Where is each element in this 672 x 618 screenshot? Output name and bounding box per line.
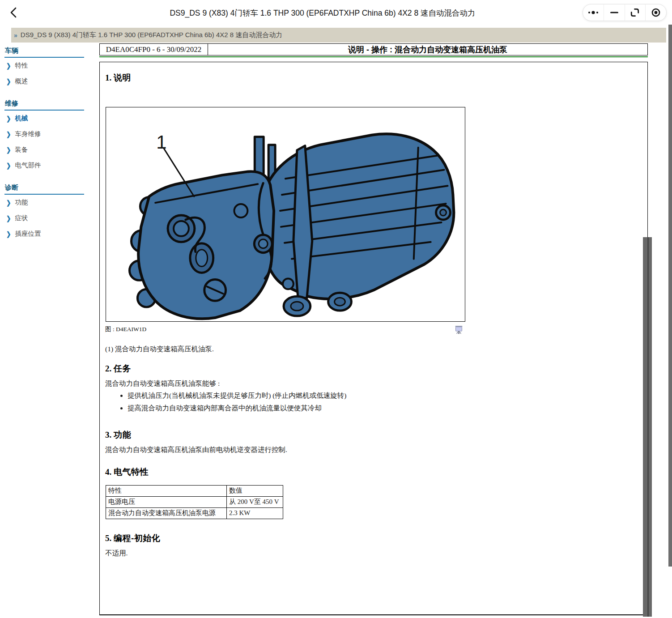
function-body: 混合动力自动变速箱高压机油泵由前电动机逆变器进行控制. <box>105 445 641 455</box>
document-title: 说明 - 操作 : 混合动力自动变速箱高压机油泵 <box>208 44 648 55</box>
chevron-right-icon: ❯ <box>6 162 11 169</box>
window-scrollbar-thumb[interactable] <box>668 25 672 567</box>
document-header: D4EA0C4FP0 - 6 - 30/09/2022 说明 - 操作 : 混合… <box>99 43 648 55</box>
sidebar-section-vehicle: 车辆 <box>4 46 84 58</box>
column-header: 数值 <box>227 486 283 497</box>
sidebar: 车辆 ❯ 特性 ❯ 概述 维修 ❯ 机械 ❯ 车身维修 ❯ 装备 ❯ 电气部件 … <box>4 46 84 242</box>
oil-pump-illustration: 1 <box>106 107 465 321</box>
section-heading-description: 1. 说明 <box>105 72 641 84</box>
sidebar-item-symptoms[interactable]: ❯ 症状 <box>4 210 84 226</box>
table-cell: 从 200 V至 450 V <box>227 497 283 508</box>
task-item: 提供机油压力(当机械机油泵未提供足够压力时) (停止内燃机或低速旋转) <box>128 391 641 401</box>
window-title: DS9_DS 9 (X83) 4门轿车 1.6 THP 300 (EP6FADT… <box>72 0 574 26</box>
programming-body: 不适用. <box>105 549 641 558</box>
minimize-icon <box>610 11 619 14</box>
sidebar-item-mechanical[interactable]: ❯ 机械 <box>4 111 84 126</box>
sidebar-section-repair: 维修 <box>4 98 84 111</box>
table-header-row: 特性 数值 <box>106 486 283 497</box>
window-titlebar: DS9_DS 9 (X83) 4门轿车 1.6 THP 300 (EP6FADT… <box>0 0 672 26</box>
sidebar-item-connector-locations[interactable]: ❯ 插座位置 <box>4 226 84 242</box>
record-button[interactable] <box>645 4 666 21</box>
record-target-icon <box>651 8 661 17</box>
breadcrumb-label: DS9_DS 9 (X83) 4门轿车 1.6 THP 300 (EP6FADT… <box>21 31 283 39</box>
chevron-right-icon: ❯ <box>6 77 11 85</box>
sidebar-item-bodywork[interactable]: ❯ 车身维修 <box>4 126 84 142</box>
column-header: 特性 <box>106 486 227 497</box>
table-row: 混合动力自动变速箱高压机油泵电源 2.3 KW <box>106 508 283 519</box>
document-content-panel: 1. 说明 <box>99 62 648 615</box>
chevron-right-icon: ❯ <box>6 130 11 138</box>
sidebar-item-overview[interactable]: ❯ 概述 <box>4 73 84 89</box>
back-chevron-icon <box>7 5 21 20</box>
figure-caption: 图 : D4EAIW1D <box>105 325 146 333</box>
task-item: 提高混合动力自动变速箱内部离合器中的机油流量以便使其冷却 <box>128 404 641 413</box>
section-heading-task: 2. 任务 <box>105 363 641 375</box>
figure-frame: 1 <box>106 107 465 322</box>
section-heading-function: 3. 功能 <box>105 429 641 441</box>
sidebar-item-characteristics[interactable]: ❯ 特性 <box>4 58 84 73</box>
chevron-right-icon: ❯ <box>6 230 11 238</box>
sidebar-item-functions[interactable]: ❯ 功能 <box>4 195 84 210</box>
breadcrumb-marker-icon: » <box>14 32 17 39</box>
header-green-rule <box>99 56 648 57</box>
document-reference: D4EA0C4FP0 - 6 - 30/09/2022 <box>99 44 208 55</box>
table-cell: 混合动力自动变速箱高压机油泵电源 <box>106 508 227 519</box>
chevron-right-icon: ❯ <box>6 115 11 122</box>
task-list: 提供机油压力(当机械机油泵未提供足够压力时) (停止内燃机或低速旋转) 提高混合… <box>105 391 641 413</box>
figure-legend: (1) 混合动力自动变速箱高压机油泵. <box>105 345 641 354</box>
chevron-right-icon: ❯ <box>6 146 11 153</box>
projection-screen-icon <box>455 325 463 334</box>
back-button[interactable] <box>6 5 21 21</box>
chevron-right-icon: ❯ <box>6 199 11 206</box>
restore-icon <box>630 8 640 17</box>
minimize-button[interactable] <box>604 4 625 21</box>
table-cell: 电源电压 <box>106 497 227 508</box>
sidebar-item-electrical[interactable]: ❯ 电气部件 <box>4 158 84 173</box>
sidebar-section-diagnosis: 诊断 <box>4 183 84 195</box>
breadcrumb[interactable]: » DS9_DS 9 (X83) 4门轿车 1.6 THP 300 (EP6FA… <box>11 28 666 43</box>
section-heading-programming: 5. 编程-初始化 <box>105 533 641 544</box>
figure-view-button[interactable] <box>455 325 463 336</box>
table-cell: 2.3 KW <box>227 508 283 519</box>
more-dots-icon <box>587 10 600 15</box>
electrical-spec-table: 特性 数值 电源电压 从 200 V至 450 V 混合动力自动变速箱高压机油泵… <box>106 485 283 519</box>
restore-button[interactable] <box>625 4 646 21</box>
more-options-button[interactable] <box>583 4 604 21</box>
chevron-right-icon: ❯ <box>6 214 11 222</box>
figure-callout-1: 1 <box>156 132 166 153</box>
section-heading-electrical: 4. 电气特性 <box>105 466 641 478</box>
table-row: 电源电压 从 200 V至 450 V <box>106 497 283 508</box>
task-intro: 混合动力自动变速箱高压机油泵能够 : <box>105 379 641 388</box>
sidebar-item-equipment[interactable]: ❯ 装备 <box>4 142 84 158</box>
window-controls <box>583 4 667 21</box>
content-scrollbar-thumb[interactable] <box>643 237 652 617</box>
chevron-right-icon: ❯ <box>6 62 11 69</box>
